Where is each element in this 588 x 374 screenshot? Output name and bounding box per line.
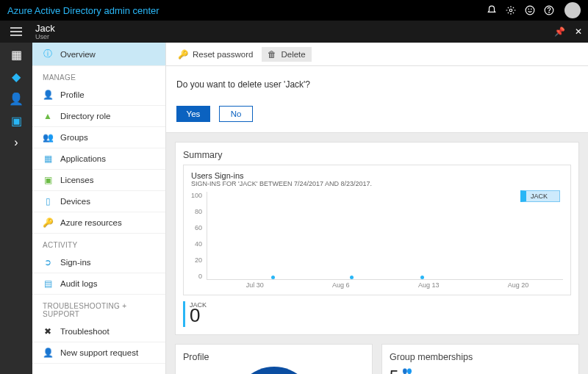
- key-icon: 🔑: [178, 49, 188, 60]
- label: Delete: [281, 50, 305, 59]
- menu-overview[interactable]: ⓘOverview: [32, 43, 165, 66]
- menu-groups[interactable]: 👥Groups: [32, 127, 165, 148]
- feedback-icon[interactable]: [520, 0, 539, 21]
- label: Groups: [60, 133, 88, 142]
- menu-devices[interactable]: ▯Devices: [32, 191, 165, 212]
- trash-icon: 🗑: [268, 50, 276, 59]
- rail-expand-icon[interactable]: ›: [9, 135, 24, 150]
- role-icon: ▲: [43, 111, 53, 121]
- device-icon: ▯: [43, 196, 53, 206]
- menu-licenses[interactable]: ▣Licenses: [32, 170, 165, 191]
- menu-applications[interactable]: ▦Applications: [32, 148, 165, 170]
- confirm-panel: Do you want to delete user 'Jack'? Yes N…: [166, 66, 588, 133]
- menu-section-manage: MANAGE: [32, 66, 165, 84]
- label: Licenses: [60, 176, 93, 184]
- product-title: Azure Active Directory admin center: [7, 5, 159, 16]
- menu-azure-resources[interactable]: 🔑Azure resources: [32, 212, 165, 234]
- menu-troubleshoot[interactable]: ✖Troubleshoot: [32, 321, 165, 342]
- label: Profile: [60, 90, 85, 99]
- svg-point-2: [528, 9, 529, 10]
- key-icon: 🔑: [43, 217, 53, 228]
- profile-card: Profile: [175, 344, 373, 374]
- menu-audit-logs[interactable]: ▤Audit logs: [32, 273, 165, 295]
- info-icon: ⓘ: [43, 48, 53, 60]
- menu-directory-role[interactable]: ▲Directory role: [32, 106, 165, 127]
- audit-icon: ▤: [43, 278, 53, 289]
- rail-diamond-icon[interactable]: ◆: [9, 69, 24, 84]
- label: Overview: [60, 50, 96, 59]
- groups-count: 5: [390, 367, 398, 374]
- menu-section-activity: ACTIVITY: [32, 234, 165, 252]
- apps-icon: ▦: [43, 154, 53, 164]
- license-icon: ▣: [43, 175, 53, 185]
- group-memberships-card: Group memberships 5 👥: [381, 344, 579, 374]
- chart-subtitle: SIGN-INS FOR 'JACK' BETWEEN 7/24/2017 AN…: [191, 180, 563, 187]
- reset-password-button[interactable]: 🔑Reset password: [172, 46, 259, 62]
- label: Azure resources: [60, 218, 122, 227]
- label: Sign-ins: [60, 258, 91, 267]
- user-icon: 👤: [43, 90, 53, 100]
- summary-card: Summary Users Sign-ins SIGN-INS FOR 'JAC…: [175, 142, 579, 335]
- chart-title: Users Sign-ins: [191, 171, 563, 180]
- signin-icon: ➲: [43, 257, 53, 267]
- pin-icon[interactable]: 📌: [550, 21, 569, 43]
- menu-profile[interactable]: 👤Profile: [32, 84, 165, 106]
- yes-button[interactable]: Yes: [176, 106, 210, 122]
- menu-section-troubleshoot: TROUBLESHOOTING + SUPPORT: [32, 295, 165, 321]
- svg-point-1: [526, 6, 534, 15]
- label: Devices: [60, 197, 90, 206]
- menu-new-support[interactable]: 👤New support request: [32, 342, 165, 364]
- help-icon[interactable]: [539, 0, 559, 21]
- rail-app-icon[interactable]: ▣: [9, 113, 24, 128]
- hamburger-icon[interactable]: [0, 21, 32, 43]
- blade-content: 🔑Reset password 🗑Delete Do you want to d…: [166, 43, 588, 374]
- groups-title: Group memberships: [390, 352, 571, 362]
- chart-yaxis: 100806040200: [191, 192, 207, 280]
- chart-legend: JACK: [520, 190, 560, 202]
- user-avatar[interactable]: [564, 2, 581, 18]
- svg-point-3: [531, 9, 531, 10]
- signins-total: JACK 0: [183, 301, 571, 327]
- blade-subtitle: User: [35, 33, 55, 40]
- label: Audit logs: [60, 279, 98, 288]
- groups-icon: 👥: [43, 132, 53, 143]
- groups-icon: 👥: [402, 367, 412, 374]
- svg-point-0: [509, 9, 512, 12]
- rail-dashboard-icon[interactable]: ▦: [9, 47, 24, 62]
- summary-title: Summary: [183, 150, 571, 160]
- wrench-icon: ✖: [43, 326, 53, 337]
- command-bar: 🔑Reset password 🗑Delete: [166, 43, 588, 66]
- support-icon: 👤: [43, 348, 53, 358]
- delete-button[interactable]: 🗑Delete: [262, 47, 311, 62]
- left-rail: ▦ ◆ 👤 ▣ ›: [0, 43, 32, 374]
- blade-header: Jack User 📌 ✕: [0, 21, 588, 43]
- no-button[interactable]: No: [219, 106, 253, 122]
- global-header: Azure Active Directory admin center: [0, 0, 588, 21]
- close-icon[interactable]: ✕: [569, 21, 588, 43]
- label: Reset password: [193, 50, 253, 59]
- svg-point-5: [549, 12, 550, 13]
- notification-icon[interactable]: [482, 0, 501, 21]
- confirm-question: Do you want to delete user 'Jack'?: [176, 79, 578, 90]
- chart-plot-area: JACK: [207, 192, 563, 280]
- chart-xaxis: Jul 30Aug 6Aug 13Aug 20: [212, 281, 563, 289]
- label: Directory role: [60, 112, 110, 121]
- profile-title: Profile: [183, 352, 365, 362]
- settings-icon[interactable]: [501, 0, 520, 21]
- blade-menu: ⓘOverview MANAGE 👤Profile ▲Directory rol…: [32, 43, 166, 374]
- signins-chart: Users Sign-ins SIGN-INS FOR 'JACK' BETWE…: [183, 165, 571, 295]
- label: Troubleshoot: [60, 327, 110, 336]
- blade-title: Jack: [35, 24, 55, 33]
- rail-user-icon[interactable]: 👤: [9, 91, 24, 106]
- menu-sign-ins[interactable]: ➲Sign-ins: [32, 252, 165, 273]
- label: Applications: [60, 154, 106, 163]
- label: New support request: [60, 348, 138, 357]
- profile-avatar-large: [234, 367, 315, 374]
